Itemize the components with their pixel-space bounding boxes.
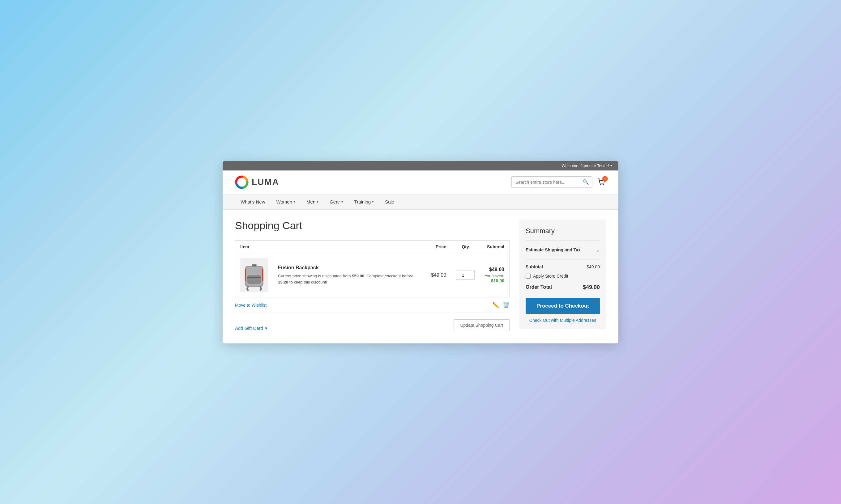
welcome-text: Welcome, Jannette Tester! — [562, 163, 609, 168]
welcome-message[interactable]: Welcome, Jannette Tester! ▾ — [562, 163, 612, 168]
countdown-timer: 13:28 — [278, 280, 288, 284]
cart-section: Shopping Cart Item Price Qty Subtotal — [235, 220, 510, 331]
checkout-button[interactable]: Proceed to Checkout — [526, 298, 600, 314]
col-header-subtotal: Subtotal — [480, 240, 509, 253]
original-price: $59.00 — [352, 274, 364, 278]
svg-point-2 — [603, 184, 604, 185]
svg-rect-10 — [252, 265, 256, 266]
multi-address-checkout-link[interactable]: Check Out with Multiple Addresses — [526, 318, 600, 323]
add-gift-card-chevron: ▾ — [265, 325, 268, 331]
cart-icon[interactable]: 1 — [597, 178, 606, 186]
order-total-value: $49.00 — [583, 284, 600, 291]
product-info: Fusion Backpack Current price showing is… — [278, 265, 421, 285]
nav-sale-label: Sale — [385, 199, 394, 204]
product-qty-cell — [451, 253, 480, 297]
nav-item-women[interactable]: Women ▾ — [271, 194, 301, 210]
delete-item-icon[interactable]: 🗑️ — [503, 302, 510, 308]
nav-men-label: Men — [306, 199, 315, 204]
subtotal-cell: $49.00 You saved: $10.00 — [484, 267, 504, 283]
apply-store-credit-label: Apply Store Credit — [533, 274, 568, 278]
header-right: 🔍 1 — [511, 176, 606, 188]
update-cart-button[interactable]: Update Shopping Cart — [453, 319, 510, 331]
order-total-label: Order Total — [526, 284, 552, 290]
nav-item-whats-new[interactable]: What's New — [235, 194, 271, 210]
product-subtotal-cell: $49.00 You saved: $10.00 — [480, 253, 509, 297]
item-actions: ✏️ 🗑️ — [492, 302, 510, 308]
desc-prefix: Current price showing is discounted from — [278, 274, 352, 278]
nav-item-sale[interactable]: Sale — [379, 194, 400, 210]
nav-women-chevron: ▾ — [293, 200, 295, 204]
add-gift-card-toggle[interactable]: Add Gift Card ▾ — [235, 325, 268, 331]
table-row: Fusion Backpack Current price showing is… — [235, 253, 510, 297]
summary-title: Summary — [526, 227, 600, 235]
summary-divider-2 — [526, 259, 600, 259]
page-title: Shopping Cart — [235, 220, 510, 232]
luma-logo-icon — [235, 175, 248, 189]
search-icon: 🔍 — [583, 179, 589, 185]
nav-training-chevron: ▾ — [372, 200, 374, 204]
nav-gear-chevron: ▾ — [341, 200, 343, 204]
cart-bottom: Add Gift Card ▾ Update Shopping Cart — [235, 319, 510, 331]
summary-panel: Summary Estimate Shipping and Tax ⌄ Subt… — [519, 220, 606, 329]
product-desc: Current price showing is discounted from… — [278, 273, 421, 285]
nav-item-gear[interactable]: Gear ▾ — [324, 194, 348, 210]
qty-input[interactable] — [456, 271, 475, 280]
nav-training-label: Training — [354, 199, 371, 204]
product-price: $49.00 — [431, 272, 446, 278]
site-header: LUMA 🔍 1 — [223, 170, 618, 194]
saved-amount: $10.00 — [484, 278, 504, 283]
svg-point-1 — [600, 184, 601, 185]
subtotal-label: Subtotal — [526, 264, 543, 269]
summary-divider-1 — [526, 240, 600, 241]
search-bar[interactable]: 🔍 — [511, 176, 593, 188]
product-info-cell: Fusion Backpack Current price showing is… — [273, 253, 426, 297]
backpack-image — [242, 260, 267, 291]
nav-men-chevron: ▾ — [316, 200, 319, 204]
cart-table-header-row: Item Price Qty Subtotal — [235, 240, 510, 253]
move-to-wishlist-link[interactable]: Move to Wishlist — [235, 303, 267, 308]
cart-table: Item Price Qty Subtotal — [235, 240, 510, 298]
estimate-shipping-row[interactable]: Estimate Shipping and Tax ⌄ — [526, 245, 600, 255]
col-header-item: Item — [235, 240, 426, 253]
nav-gear-label: Gear — [330, 199, 340, 204]
apply-store-credit-checkbox[interactable] — [526, 274, 531, 278]
subtotal-amount: $49.00 — [484, 267, 504, 272]
edit-item-icon[interactable]: ✏️ — [492, 302, 499, 308]
col-header-qty: Qty — [451, 240, 480, 253]
product-image-cell — [235, 253, 273, 297]
desc-end: to keep this discount! — [288, 280, 327, 284]
subtotal-value: $49.00 — [586, 264, 600, 269]
estimate-shipping-chevron[interactable]: ⌄ — [596, 247, 600, 253]
site-logo[interactable]: LUMA — [235, 175, 279, 189]
col-header-price: Price — [426, 240, 451, 253]
estimate-shipping-label: Estimate Shipping and Tax — [526, 247, 581, 252]
logo-text: LUMA — [252, 177, 279, 187]
main-nav: What's New Women ▾ Men ▾ Gear ▾ Training… — [223, 194, 618, 210]
product-price-cell: $49.00 — [426, 253, 451, 297]
nav-item-men[interactable]: Men ▾ — [301, 194, 324, 210]
product-image — [240, 258, 268, 292]
search-button[interactable]: 🔍 — [580, 177, 592, 187]
saved-label: You saved: — [484, 274, 504, 278]
nav-item-training[interactable]: Training ▾ — [349, 194, 380, 210]
add-gift-card-label: Add Gift Card — [235, 325, 263, 331]
nav-women-label: Women — [276, 199, 292, 204]
account-dropdown-chevron: ▾ — [610, 164, 612, 168]
top-bar: Welcome, Jannette Tester! ▾ — [223, 161, 618, 170]
search-input[interactable] — [512, 177, 580, 187]
order-total-row: Order Total $49.00 — [526, 282, 600, 293]
desc-suffix: . Complete checkout before — [364, 274, 413, 278]
svg-rect-5 — [247, 275, 261, 284]
main-content: Shopping Cart Item Price Qty Subtotal — [223, 210, 618, 343]
cart-actions-row: Move to Wishlist ✏️ 🗑️ — [235, 298, 510, 313]
subtotal-row: Subtotal $49.00 — [526, 263, 600, 271]
nav-whats-new-label: What's New — [241, 199, 265, 204]
cart-count-badge: 1 — [602, 176, 608, 182]
apply-store-credit-row[interactable]: Apply Store Credit — [526, 271, 600, 282]
svg-rect-8 — [262, 269, 263, 281]
product-name: Fusion Backpack — [278, 265, 421, 271]
svg-rect-7 — [245, 269, 246, 281]
